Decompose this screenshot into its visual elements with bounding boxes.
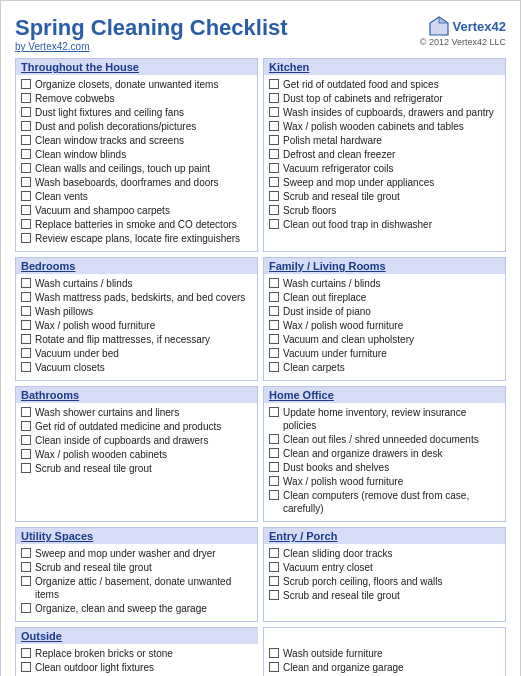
section-throughout: Throughout the House Organize closets, d… [15, 58, 258, 252]
item-label: Wash mattress pads, bedskirts, and bed c… [35, 291, 245, 304]
checkbox[interactable] [21, 648, 31, 658]
checkbox[interactable] [269, 576, 279, 586]
checkbox[interactable] [269, 348, 279, 358]
section-title-kitchen: Kitchen [264, 59, 505, 75]
checkbox[interactable] [21, 205, 31, 215]
item-label: Wax / polish wooden cabinets [35, 448, 167, 461]
item-label: Replace broken bricks or stone [35, 647, 173, 660]
list-item: Clean vents [21, 190, 252, 203]
checkbox[interactable] [21, 320, 31, 330]
checkbox[interactable] [269, 149, 279, 159]
checkbox[interactable] [269, 219, 279, 229]
checkbox[interactable] [269, 334, 279, 344]
checkbox[interactable] [21, 421, 31, 431]
checkbox[interactable] [269, 79, 279, 89]
list-item: Replace broken bricks or stone [21, 647, 253, 660]
list-item: Vacuum and shampoo carpets [21, 204, 252, 217]
checkbox[interactable] [21, 449, 31, 459]
checkbox[interactable] [269, 648, 279, 658]
item-label: Clean and organize garage [283, 661, 404, 674]
checkbox[interactable] [21, 177, 31, 187]
item-label: Dust light fixtures and ceiling fans [35, 106, 184, 119]
checkbox[interactable] [21, 278, 31, 288]
checkbox[interactable] [269, 407, 279, 417]
section-title-outside: Outside [16, 628, 258, 644]
list-item: Scrub and reseal tile grout [269, 190, 500, 203]
checkbox[interactable] [269, 93, 279, 103]
checkbox[interactable] [269, 490, 279, 500]
item-label: Wax / polish wooden cabinets and tables [283, 120, 464, 133]
checkbox[interactable] [269, 462, 279, 472]
item-label: Wash outside furniture [283, 647, 383, 660]
checkbox[interactable] [269, 476, 279, 486]
checkbox[interactable] [269, 362, 279, 372]
checkbox[interactable] [21, 107, 31, 117]
checkbox[interactable] [269, 590, 279, 600]
checkbox[interactable] [21, 191, 31, 201]
checkbox[interactable] [269, 205, 279, 215]
logo-icon [428, 15, 450, 37]
checkbox[interactable] [21, 348, 31, 358]
checkbox[interactable] [269, 292, 279, 302]
checkbox[interactable] [269, 135, 279, 145]
checkbox[interactable] [21, 121, 31, 131]
item-label: Clean out files / shred unneeded documen… [283, 433, 479, 446]
checkbox[interactable] [21, 548, 31, 558]
checkbox[interactable] [21, 79, 31, 89]
checkbox[interactable] [269, 177, 279, 187]
list-item: Review escape plans, locate fire extingu… [21, 232, 252, 245]
list-item: Rotate and flip mattresses, if necessary [21, 333, 252, 346]
checkbox[interactable] [21, 407, 31, 417]
item-label: Defrost and clean freezer [283, 148, 395, 161]
checkbox[interactable] [269, 448, 279, 458]
checkbox[interactable] [269, 548, 279, 558]
checkbox[interactable] [21, 93, 31, 103]
checkbox[interactable] [269, 306, 279, 316]
list-item: Organize closets, donate unwanted items [21, 78, 252, 91]
checkbox[interactable] [21, 463, 31, 473]
checkbox[interactable] [21, 163, 31, 173]
item-label: Clean and organize drawers in desk [283, 447, 443, 460]
checkbox[interactable] [21, 603, 31, 613]
checkbox[interactable] [21, 435, 31, 445]
checkbox[interactable] [269, 107, 279, 117]
list-item: Wash mattress pads, bedskirts, and bed c… [21, 291, 252, 304]
list-item: Scrub and reseal tile grout [269, 589, 500, 602]
checkbox[interactable] [269, 121, 279, 131]
list-item: Replace batteries in smoke and CO detect… [21, 218, 252, 231]
item-label: Wax / polish wood furniture [283, 475, 403, 488]
list-item: Scrub and reseal tile grout [21, 561, 252, 574]
checkbox[interactable] [21, 362, 31, 372]
item-label: Review escape plans, locate fire extingu… [35, 232, 240, 245]
checkbox[interactable] [269, 163, 279, 173]
checkbox[interactable] [21, 576, 31, 586]
item-label: Wash insides of cupboards, drawers and p… [283, 106, 494, 119]
utility-items: Sweep and mop under washer and dryerScru… [21, 547, 252, 615]
checkbox[interactable] [269, 278, 279, 288]
checkbox[interactable] [21, 306, 31, 316]
checkbox[interactable] [21, 149, 31, 159]
checkbox[interactable] [21, 292, 31, 302]
checkbox[interactable] [269, 662, 279, 672]
checkbox[interactable] [21, 662, 31, 672]
section-title-entry: Entry / Porch [264, 528, 505, 544]
list-item: Wax / polish wood furniture [269, 475, 500, 488]
checkbox[interactable] [21, 233, 31, 243]
checkbox[interactable] [269, 562, 279, 572]
section-title-family: Family / Living Rooms [264, 258, 505, 274]
checkbox[interactable] [21, 334, 31, 344]
item-label: Clean inside of cupboards and drawers [35, 434, 208, 447]
item-label: Clean window tracks and screens [35, 134, 184, 147]
checkbox[interactable] [269, 434, 279, 444]
section-title-utility: Utility Spaces [16, 528, 257, 544]
list-item: Wash shower curtains and liners [21, 406, 252, 419]
item-label: Wash shower curtains and liners [35, 406, 179, 419]
item-label: Vacuum refrigerator coils [283, 162, 393, 175]
checkbox[interactable] [21, 135, 31, 145]
list-item: Clean window blinds [21, 148, 252, 161]
checkbox[interactable] [269, 320, 279, 330]
checkbox[interactable] [21, 562, 31, 572]
checkbox[interactable] [269, 191, 279, 201]
checkbox[interactable] [21, 219, 31, 229]
kitchen-items: Get rid of outdated food and spicesDust … [269, 78, 500, 231]
